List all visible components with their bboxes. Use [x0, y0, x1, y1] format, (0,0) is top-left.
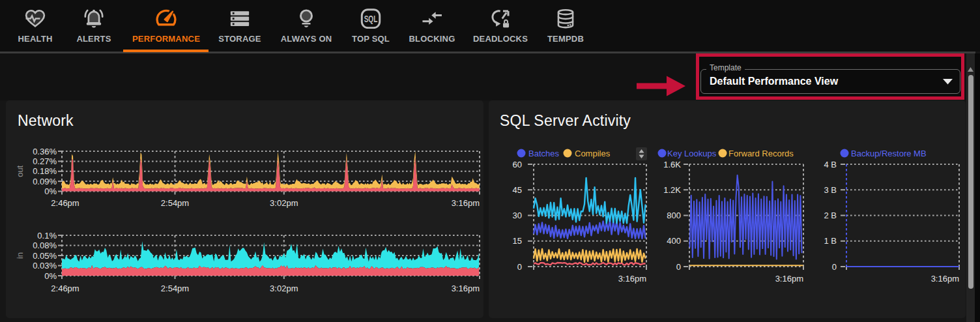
svg-text:3:02pm: 3:02pm [270, 284, 298, 293]
svg-text:0.18%: 0.18% [33, 166, 57, 176]
svg-text:3 B: 3 B [824, 185, 837, 195]
svg-text:400: 400 [667, 236, 681, 246]
svg-text:out: out [15, 165, 25, 177]
svg-text:60: 60 [513, 160, 522, 169]
svg-text:0.36%: 0.36% [33, 147, 57, 156]
svg-text:Batches: Batches [528, 149, 559, 158]
svg-text:0%: 0% [44, 271, 57, 281]
svg-text:1.2K: 1.2K [663, 185, 681, 195]
svg-text:4 B: 4 B [824, 160, 837, 169]
svg-text:1 B: 1 B [824, 236, 837, 246]
svg-text:800: 800 [667, 211, 681, 220]
svg-text:in: in [15, 252, 25, 259]
svg-text:0.1%: 0.1% [37, 231, 57, 241]
svg-text:0.08%: 0.08% [33, 241, 57, 250]
svg-text:Key Lookups: Key Lookups [667, 149, 717, 158]
svg-text:0.09%: 0.09% [33, 177, 57, 186]
svg-text:2:54pm: 2:54pm [161, 284, 189, 293]
svg-text:45: 45 [513, 185, 522, 195]
svg-text:SQL: SQL [364, 14, 378, 24]
svg-text:15: 15 [513, 236, 522, 246]
svg-text:0: 0 [832, 262, 837, 272]
svg-text:0.05%: 0.05% [33, 251, 57, 261]
svg-text:0.03%: 0.03% [33, 261, 57, 271]
svg-text:2:46pm: 2:46pm [51, 198, 79, 208]
svg-text:3:16pm: 3:16pm [931, 274, 959, 284]
svg-text:3:16pm: 3:16pm [452, 198, 480, 208]
svg-text:Compiles: Compiles [575, 149, 611, 158]
svg-text:3:02pm: 3:02pm [270, 198, 298, 208]
svg-text:Network: Network [18, 112, 74, 129]
svg-text:30: 30 [513, 211, 522, 220]
svg-text:Forward Records: Forward Records [728, 149, 794, 158]
svg-text:1.6K: 1.6K [663, 160, 681, 169]
svg-text:2:54pm: 2:54pm [161, 198, 189, 208]
svg-text:0%: 0% [44, 186, 57, 196]
svg-text:3:16pm: 3:16pm [775, 274, 803, 284]
svg-text:Backup/Restore MB: Backup/Restore MB [851, 149, 927, 158]
svg-text:2 B: 2 B [824, 211, 837, 220]
svg-text:0: 0 [676, 262, 681, 272]
svg-text:SQL Server Activity: SQL Server Activity [500, 112, 631, 129]
svg-text:2:46pm: 2:46pm [51, 284, 79, 293]
svg-text:3:16pm: 3:16pm [618, 274, 646, 284]
svg-text:0.27%: 0.27% [33, 156, 57, 166]
svg-text:3:16pm: 3:16pm [452, 284, 480, 293]
svg-text:0: 0 [517, 262, 522, 272]
